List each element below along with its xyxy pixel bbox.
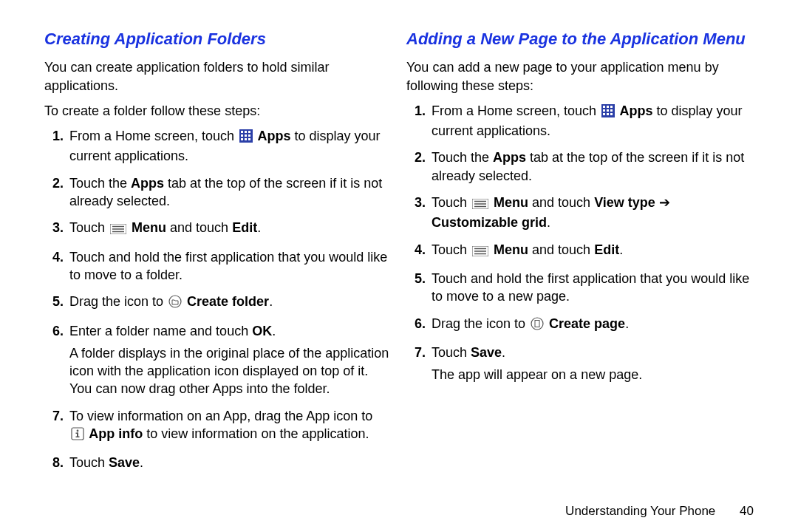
svg-rect-18 [76, 433, 78, 434]
menu-icon [472, 243, 488, 261]
text: ➔ [655, 195, 670, 210]
bold-text: Edit [232, 220, 257, 235]
bold-text: Create folder [183, 294, 269, 309]
heading-left: Creating Application Folders [44, 30, 392, 48]
right-column: Adding a New Page to the Application Men… [399, 22, 761, 525]
bold-text: Apps [616, 103, 652, 118]
text: To view information on an App, drag the … [69, 409, 372, 423]
svg-rect-25 [607, 109, 609, 112]
svg-rect-6 [248, 134, 250, 137]
heading-right: Adding a New Page to the Application Men… [406, 30, 754, 48]
svg-rect-4 [241, 134, 243, 137]
text: From a Home screen, touch [69, 129, 238, 143]
svg-rect-9 [248, 138, 250, 140]
svg-rect-1 [241, 131, 243, 133]
right-step-2: Touch the Apps tab at the top of the scr… [427, 149, 754, 185]
svg-rect-27 [603, 113, 605, 115]
text: . [272, 324, 276, 338]
left-intro-2: To create a folder follow these steps: [44, 102, 392, 120]
apps-grid-icon [239, 129, 253, 147]
right-step-6: Drag the icon to Create page. [427, 315, 754, 335]
apps-grid-icon [601, 104, 615, 122]
svg-rect-23 [610, 106, 613, 108]
left-step-6-note: A folder displays in the original place … [69, 344, 392, 398]
text: and touch [528, 195, 594, 210]
bold-text: Customizable grid [432, 215, 547, 230]
footer-page-number: 40 [740, 504, 754, 519]
right-step-3: Touch Menu and touch View type ➔ Customi… [427, 194, 754, 232]
right-step-4: Touch Menu and touch Edit. [427, 241, 754, 261]
text: and touch [166, 220, 232, 235]
left-step-8: Touch Save. [65, 454, 392, 471]
left-column: Creating Application Folders You can cre… [37, 22, 399, 525]
create-folder-icon [168, 295, 182, 313]
text: Touch [69, 455, 109, 470]
right-intro-1: You can add a new page to your applicati… [406, 58, 754, 95]
right-steps: From a Home screen, touch Apps to displa… [406, 102, 754, 384]
text: . [502, 345, 505, 360]
left-step-4: Touch and hold the first application tha… [65, 248, 392, 284]
text: Enter a folder name and touch [69, 324, 252, 338]
svg-rect-8 [245, 138, 247, 140]
left-steps: From a Home screen, touch Apps to displa… [44, 127, 392, 471]
text: . [257, 220, 261, 235]
bold-text: Apps [131, 176, 164, 191]
text: From a Home screen, touch [432, 103, 600, 118]
svg-rect-2 [245, 131, 247, 133]
text: Touch [432, 195, 471, 210]
text: . [619, 242, 623, 257]
left-step-7: To view information on an App, drag the … [65, 407, 392, 446]
text: Touch [69, 220, 109, 235]
text: Drag the icon to [432, 316, 529, 331]
left-step-2: Touch the Apps tab at the top of the scr… [65, 174, 392, 211]
bold-text: Edit [594, 242, 619, 257]
right-step-5: Touch and hold the first application tha… [427, 270, 754, 306]
svg-rect-26 [610, 109, 613, 112]
svg-rect-24 [603, 109, 605, 112]
svg-rect-22 [607, 106, 609, 108]
text: Drag the icon to [69, 294, 167, 309]
svg-rect-29 [610, 113, 613, 115]
text: and touch [528, 242, 594, 257]
left-step-5: Drag the icon to Create folder. [65, 293, 392, 313]
bold-text: Create page [545, 316, 625, 331]
left-step-1: From a Home screen, touch Apps to displa… [65, 127, 392, 166]
text: . [140, 455, 143, 470]
text: Touch the [432, 150, 493, 165]
bold-text: View type [594, 195, 655, 210]
left-intro-1: You can create application folders to ho… [44, 58, 392, 95]
right-step-7-note: The app will appear on a new page. [432, 366, 754, 383]
bold-text: Apps [254, 129, 290, 143]
svg-point-38 [531, 318, 543, 330]
text: Touch [432, 345, 471, 360]
text: Touch the [69, 176, 131, 191]
svg-rect-28 [607, 113, 609, 115]
menu-icon [472, 196, 488, 214]
svg-rect-5 [245, 134, 247, 137]
right-step-7: Touch Save. The app will appear on a new… [427, 344, 754, 384]
svg-rect-21 [603, 106, 605, 108]
document-page: Creating Application Folders You can cre… [0, 0, 798, 532]
svg-rect-7 [241, 138, 243, 140]
menu-icon [110, 221, 126, 239]
text: . [625, 316, 629, 331]
right-step-1: From a Home screen, touch Apps to displa… [427, 102, 754, 140]
bold-text: Save [471, 345, 502, 360]
svg-point-16 [77, 430, 79, 432]
bold-text: Apps [493, 150, 526, 165]
bold-text: Save [109, 455, 140, 470]
footer-section: Understanding Your Phone [565, 504, 715, 518]
bold-text: Menu [490, 242, 528, 257]
app-info-icon [71, 427, 84, 445]
text: to view information on the application. [143, 426, 369, 441]
svg-rect-19 [76, 437, 80, 438]
bold-text: Menu [490, 195, 528, 210]
page-footer: Understanding Your Phone 40 [565, 504, 754, 519]
svg-point-14 [169, 296, 181, 307]
bold-text: Menu [128, 220, 166, 235]
svg-rect-3 [248, 131, 250, 133]
left-step-6: Enter a folder name and touch OK. A fold… [65, 322, 392, 398]
text: Touch [432, 242, 471, 257]
svg-rect-39 [535, 320, 539, 327]
bold-text: OK [252, 324, 272, 338]
